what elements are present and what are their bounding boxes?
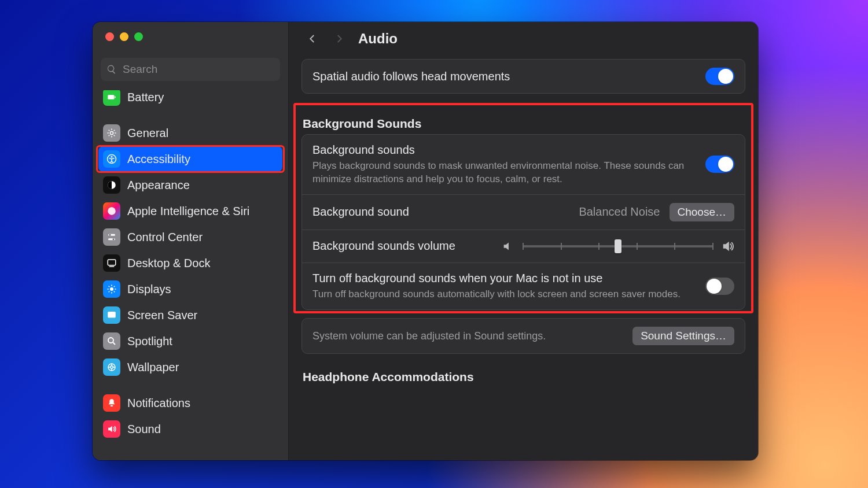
row-label: Turn off background sounds when your Mac… <box>312 271 696 301</box>
appearance-icon <box>103 176 120 194</box>
row-bg-volume: Background sounds volume <box>302 230 745 263</box>
highlight-box-background-sounds: Background Sounds Background sounds Play… <box>301 106 745 310</box>
sidebar-item-battery[interactable]: Battery <box>98 90 282 110</box>
sound-icon <box>103 420 120 438</box>
sidebar-item-accessibility[interactable]: Accessibility <box>98 146 282 172</box>
sidebar-item-sound[interactable]: Sound <box>98 416 282 442</box>
bell-icon <box>103 394 120 412</box>
chevron-right-icon <box>334 34 344 44</box>
sidebar-item-label: Battery <box>127 91 164 104</box>
row-label: Background sounds Plays background sound… <box>312 143 696 186</box>
sidebar-item-displays[interactable]: Displays <box>98 276 282 302</box>
sidebar-scroll[interactable]: BatteryGeneralAccessibilityAppearanceApp… <box>93 90 288 460</box>
row-bg-idle-off: Turn off background sounds when your Mac… <box>302 263 745 309</box>
sidebar-item-label: Spotlight <box>127 335 172 348</box>
chevron-left-icon <box>307 34 318 44</box>
bg-sound-value: Balanced Noise <box>579 205 660 219</box>
choose-bg-sound-button[interactable]: Choose… <box>670 203 735 221</box>
window-traffic-lights <box>93 22 288 52</box>
section-title-headphone-accommodations: Headphone Accommodations <box>303 370 744 384</box>
row-label-text: Background sounds <box>312 143 696 157</box>
siri-icon <box>103 202 120 220</box>
speaker-low-icon <box>502 240 514 253</box>
system-settings-window: BatteryGeneralAccessibilityAppearanceApp… <box>93 22 758 460</box>
sidebar-item-label: Displays <box>127 283 171 296</box>
sidebar-gap <box>98 380 282 390</box>
control-icon <box>103 228 120 246</box>
sidebar-item-label: Control Center <box>127 231 203 244</box>
search-icon <box>106 64 117 75</box>
dock-icon <box>103 254 120 272</box>
section-title-background-sounds: Background Sounds <box>303 117 744 131</box>
search-input[interactable] <box>122 62 274 76</box>
sidebar-item-ai-siri[interactable]: Apple Intelligence & Siri <box>98 198 282 224</box>
sound-settings-button[interactable]: Sound Settings… <box>632 327 734 345</box>
wallpaper-icon <box>103 358 120 376</box>
sidebar-item-label: Accessibility <box>127 153 190 166</box>
content-body[interactable]: Spatial audio follows head movements Bac… <box>289 56 758 460</box>
row-sub-text: Plays background sounds to mask unwanted… <box>312 160 696 186</box>
battery-icon <box>103 90 120 106</box>
sidebar-item-label: General <box>127 127 168 140</box>
close-window-button[interactable] <box>105 32 114 41</box>
minimize-window-button[interactable] <box>120 32 128 41</box>
row-label: Background sounds volume <box>312 239 492 253</box>
sidebar-item-label: Desktop & Dock <box>127 257 210 270</box>
sidebar-item-label: Sound <box>127 423 161 436</box>
sidebar: BatteryGeneralAccessibilityAppearanceApp… <box>93 22 289 460</box>
row-bg-choose: Background sound Balanced Noise Choose… <box>302 194 745 230</box>
speaker-high-icon <box>722 240 734 253</box>
content-header: Audio <box>289 22 758 56</box>
sidebar-item-wallpaper[interactable]: Wallpaper <box>98 354 282 380</box>
panel-spatial-audio: Spatial audio follows head movements <box>301 59 745 94</box>
nav-back-button[interactable] <box>301 28 323 50</box>
content-area: Audio Spatial audio follows head movemen… <box>289 22 758 460</box>
toggle-spatial-audio[interactable] <box>705 68 734 85</box>
sidebar-item-general[interactable]: General <box>98 120 282 146</box>
row-label: Spatial audio follows head movements <box>312 69 696 84</box>
panel-background-sounds: Background sounds Plays background sound… <box>301 134 745 310</box>
nav-forward-button[interactable] <box>328 28 350 50</box>
bg-volume-control <box>502 238 734 254</box>
search-icon <box>103 332 120 350</box>
sidebar-gap <box>98 110 282 120</box>
gear-icon <box>103 124 120 142</box>
sidebar-item-control-center[interactable]: Control Center <box>98 224 282 250</box>
bg-volume-slider[interactable] <box>523 238 713 254</box>
search-field[interactable] <box>101 58 280 81</box>
sidebar-item-label: Appearance <box>127 179 190 192</box>
panel-sound-settings-link: System volume can be adjusted in Sound s… <box>301 318 745 354</box>
sidebar-item-spotlight[interactable]: Spotlight <box>98 328 282 354</box>
sidebar-item-label: Notifications <box>127 397 190 410</box>
sidebar-item-desktop-dock[interactable]: Desktop & Dock <box>98 250 282 276</box>
screensaver-icon <box>103 306 120 324</box>
sidebar-item-label: Screen Saver <box>127 309 197 322</box>
zoom-window-button[interactable] <box>134 32 143 41</box>
toggle-bg-sounds[interactable] <box>705 156 734 173</box>
row-bg-enable: Background sounds Plays background sound… <box>302 135 745 194</box>
toggle-bg-idle-off[interactable] <box>705 278 734 295</box>
accessibility-icon <box>103 150 120 168</box>
sidebar-item-screen-saver[interactable]: Screen Saver <box>98 302 282 328</box>
sidebar-item-label: Wallpaper <box>127 361 179 374</box>
row-label: System volume can be adjusted in Sound s… <box>312 330 623 343</box>
displays-icon <box>103 280 120 298</box>
row-label-text: Turn off background sounds when your Mac… <box>312 271 696 286</box>
sidebar-item-notifications[interactable]: Notifications <box>98 390 282 416</box>
row-sound-settings: System volume can be adjusted in Sound s… <box>302 319 745 353</box>
sidebar-item-label: Apple Intelligence & Siri <box>127 205 249 218</box>
page-title: Audio <box>358 31 398 47</box>
sidebar-item-appearance[interactable]: Appearance <box>98 172 282 198</box>
row-sub-text: Turn off background sounds automatically… <box>312 288 696 301</box>
row-spatial-audio: Spatial audio follows head movements <box>302 60 745 93</box>
row-label: Background sound <box>312 205 569 219</box>
